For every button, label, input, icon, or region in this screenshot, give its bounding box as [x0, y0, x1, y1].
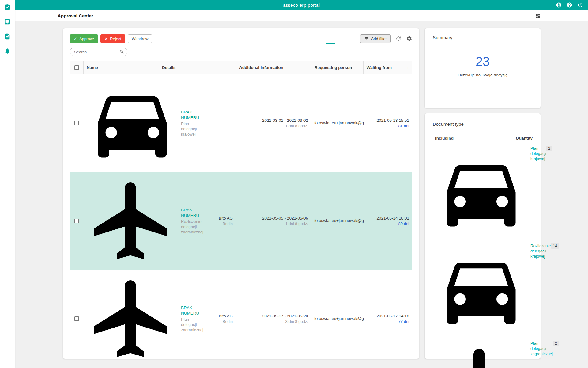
- tab[interactable]: [326, 33, 335, 44]
- search-box: [70, 48, 127, 56]
- document-type-label[interactable]: Plan delegacji krajowej: [530, 146, 546, 161]
- info-primary: 2021-03-01 - 2021-03-02: [239, 118, 308, 123]
- document-subtype: Plan delegacji krajowej: [181, 121, 199, 137]
- page-title: Approval Center: [58, 13, 93, 18]
- inbox-icon[interactable]: [4, 18, 11, 25]
- help-icon[interactable]: [567, 2, 572, 8]
- document-type-header: Including Quantity: [433, 136, 533, 140]
- details-secondary: Berlin: [162, 221, 233, 226]
- document-link[interactable]: BRAK NUMERU: [181, 109, 199, 121]
- tasks-icon[interactable]: [4, 4, 11, 10]
- add-filter-button[interactable]: Add filter: [360, 34, 391, 43]
- column-waiting-from[interactable]: Waiting from ↑: [364, 61, 412, 74]
- waiting-days: 81 dni: [366, 123, 409, 128]
- toolbar: ✓ Approve ✕ Reject Withdraw Add filter: [70, 34, 412, 44]
- document-type-label[interactable]: Rozliczenie delegacji krajowej: [530, 243, 551, 259]
- document-type-item[interactable]: Plan delegacji krajowej 2: [433, 146, 533, 238]
- quantity-badge: 2: [546, 146, 552, 151]
- document-type-list: Plan delegacji krajowej 2 Rozliczenie de…: [433, 146, 533, 368]
- info-secondary: 1 dni 8 godz.: [239, 123, 308, 128]
- details-primary: Bito AG: [162, 313, 233, 319]
- quantity-header: Quantity: [510, 136, 533, 140]
- notifications-icon[interactable]: [4, 48, 11, 55]
- check-icon: ✓: [74, 36, 77, 41]
- pending-caption: Oczekuje na Twoją decyzję: [433, 73, 533, 77]
- info-primary: 2021-05-05 - 2021-05-06: [239, 216, 308, 221]
- table-header: Name Details Additional information Requ…: [70, 61, 412, 74]
- document-type-icon: [435, 243, 527, 335]
- filter-icon: [364, 36, 369, 41]
- waiting-days: 80 dni: [366, 221, 409, 226]
- search-icon: [119, 49, 124, 54]
- requesting-person: fotoswiat.eu+jan.nowak@g: [314, 120, 360, 126]
- table-row[interactable]: BRAK NUMERU Plan delegacji krajowej: [70, 74, 412, 172]
- document-type-label[interactable]: Plan delegacji zagranicznej: [530, 341, 553, 356]
- column-additional-information[interactable]: Additional information: [236, 61, 311, 74]
- info-primary: 2021-05-17 - 2021-05-20: [239, 313, 308, 319]
- row-checkbox[interactable]: [74, 316, 79, 321]
- gear-icon[interactable]: [406, 36, 412, 42]
- waiting-date: 2021-05-13 15:51: [366, 118, 409, 123]
- account-icon[interactable]: [556, 2, 562, 8]
- app-title: asseco erp portal: [283, 2, 320, 8]
- topbar: asseco erp portal: [15, 0, 588, 10]
- quantity-badge: 2: [553, 341, 559, 346]
- summary-title: Summary: [433, 35, 533, 40]
- document-type-item[interactable]: Rozliczenie delegacji krajowej 14: [433, 243, 533, 335]
- document-type-icon: [86, 77, 178, 169]
- document-type-icon: [435, 146, 527, 238]
- including-header: Including: [435, 136, 454, 140]
- summary-panel: Summary 23 Oczekuje na Twoją decyzję: [425, 28, 541, 108]
- pending-count: 23: [433, 54, 533, 69]
- quantity-badge: 14: [551, 243, 559, 249]
- search-input[interactable]: [70, 48, 127, 56]
- page-header: Approval Center: [15, 10, 588, 21]
- table-row[interactable]: BRAK NUMERU Rozliczenie delegacji zagran…: [70, 172, 412, 270]
- waiting-date: 2021-05-14 16:01: [366, 216, 409, 221]
- power-icon[interactable]: [577, 2, 583, 8]
- tab-bar: [326, 33, 352, 44]
- requesting-person: fotoswiat.eu+jan.nowak@g: [314, 316, 360, 321]
- column-requesting-person[interactable]: Requesting person: [311, 61, 364, 74]
- waiting-days: 77 dni: [366, 319, 409, 324]
- table-body: BRAK NUMERU Plan delegacji krajowej: [70, 74, 412, 359]
- document-type-panel: Document type Including Quantity Plan de…: [425, 113, 541, 359]
- waiting-date: 2021-05-17 14:18: [366, 313, 409, 319]
- select-all-checkbox[interactable]: [74, 65, 79, 70]
- document-type-item[interactable]: Plan delegacji zagranicznej 2: [433, 341, 533, 368]
- invoices-icon[interactable]: [4, 33, 11, 40]
- approval-list-panel: ✓ Approve ✕ Reject Withdraw Add filter: [63, 28, 419, 359]
- document-type-icon: [435, 341, 527, 368]
- details-primary: Bito AG: [162, 216, 233, 221]
- row-checkbox[interactable]: [74, 121, 79, 125]
- column-details[interactable]: Details: [159, 61, 236, 74]
- requesting-person: fotoswiat.eu+jan.nowak@g: [314, 218, 360, 224]
- tab[interactable]: [335, 33, 344, 44]
- row-checkbox[interactable]: [74, 219, 79, 223]
- details-secondary: Berlin: [162, 319, 233, 324]
- sort-asc-icon[interactable]: ↑: [407, 65, 409, 70]
- column-name[interactable]: Name: [84, 61, 159, 74]
- left-sidebar: [0, 0, 15, 368]
- tab[interactable]: [344, 33, 352, 44]
- approve-button[interactable]: ✓ Approve: [70, 34, 98, 43]
- approvals-table: Name Details Additional information Requ…: [70, 61, 412, 359]
- document-type-title: Document type: [433, 121, 533, 127]
- info-secondary: 1 dni 8 godz.: [239, 221, 308, 226]
- refresh-icon[interactable]: [395, 36, 401, 42]
- layout-grid-icon[interactable]: [535, 13, 541, 18]
- info-secondary: 3 dni 8 godz.: [239, 319, 308, 324]
- reject-button[interactable]: ✕ Reject: [100, 34, 125, 43]
- table-row[interactable]: BRAK NUMERU Plan delegacji zagranicznej …: [70, 270, 412, 359]
- withdraw-button[interactable]: Withdraw: [128, 34, 152, 43]
- close-icon: ✕: [104, 36, 108, 41]
